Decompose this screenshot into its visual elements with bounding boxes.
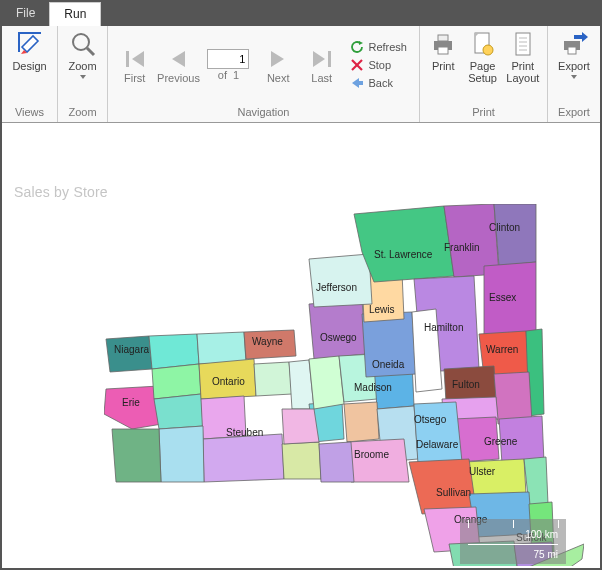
svg-rect-2 xyxy=(126,51,129,67)
last-icon xyxy=(309,46,335,72)
page-setup-button[interactable]: Page Setup xyxy=(464,30,500,84)
svg-rect-7 xyxy=(328,51,331,67)
back-icon xyxy=(350,76,364,90)
magnifier-icon xyxy=(69,30,97,58)
page-indicator: of 1 xyxy=(207,49,249,81)
svg-rect-26 xyxy=(574,35,583,39)
svg-marker-11 xyxy=(352,78,359,88)
current-page-input[interactable] xyxy=(207,49,249,69)
export-button[interactable]: Export xyxy=(554,30,594,79)
page-setup-icon xyxy=(469,30,497,58)
svg-point-17 xyxy=(483,45,493,55)
nav-actions: Refresh Stop Back xyxy=(344,40,413,90)
zoom-button[interactable]: Zoom xyxy=(64,30,101,79)
group-export: Export Export xyxy=(548,26,600,122)
svg-marker-3 xyxy=(132,51,144,67)
tab-run[interactable]: Run xyxy=(49,2,101,26)
svg-point-0 xyxy=(73,34,89,50)
svg-line-1 xyxy=(87,48,94,55)
tab-file[interactable]: File xyxy=(2,2,49,26)
back-button[interactable]: Back xyxy=(350,76,407,90)
chevron-down-icon xyxy=(571,75,577,79)
svg-rect-15 xyxy=(438,47,448,54)
export-icon xyxy=(560,30,588,58)
svg-marker-5 xyxy=(271,51,284,67)
design-icon xyxy=(16,30,44,58)
stop-icon xyxy=(350,58,364,72)
app-window: File Run Design Views xyxy=(0,0,602,570)
last-page-button[interactable]: Last xyxy=(301,46,342,84)
print-button[interactable]: Print xyxy=(426,30,460,72)
ribbon: Design Views Zoom Zoom xyxy=(2,26,600,123)
report-title: Sales by Store xyxy=(14,184,108,200)
svg-rect-18 xyxy=(516,33,530,55)
printer-icon xyxy=(429,30,457,58)
svg-marker-6 xyxy=(313,51,325,67)
print-layout-button[interactable]: Print Layout xyxy=(505,30,541,84)
chevron-down-icon xyxy=(80,75,86,79)
report-canvas[interactable]: Sales by Store xyxy=(4,124,598,566)
svg-rect-14 xyxy=(438,35,448,41)
previous-icon xyxy=(165,46,191,72)
group-zoom: Zoom Zoom xyxy=(58,26,108,122)
next-icon xyxy=(265,46,291,72)
group-views: Design Views xyxy=(2,26,58,122)
refresh-button[interactable]: Refresh xyxy=(350,40,407,54)
tab-bar: File Run xyxy=(2,2,600,26)
print-layout-icon xyxy=(509,30,537,58)
svg-rect-24 xyxy=(568,47,576,54)
next-page-button[interactable]: Next xyxy=(257,46,298,84)
previous-page-button[interactable]: Previous xyxy=(157,46,199,84)
first-icon xyxy=(122,46,148,72)
refresh-icon xyxy=(350,40,364,54)
svg-rect-12 xyxy=(359,81,363,85)
group-navigation: First Previous of 1 xyxy=(108,26,420,122)
stop-button[interactable]: Stop xyxy=(350,58,407,72)
ny-state-map: Clinton Franklin St. Lawrence Jefferson … xyxy=(104,204,584,566)
svg-marker-4 xyxy=(172,51,185,67)
svg-marker-8 xyxy=(359,41,363,45)
first-page-button[interactable]: First xyxy=(114,46,155,84)
design-button[interactable]: Design xyxy=(8,30,51,72)
map-scale: 100 km 75 mi xyxy=(460,519,566,564)
group-print: Print Page Setup Print Layout Print xyxy=(420,26,548,122)
